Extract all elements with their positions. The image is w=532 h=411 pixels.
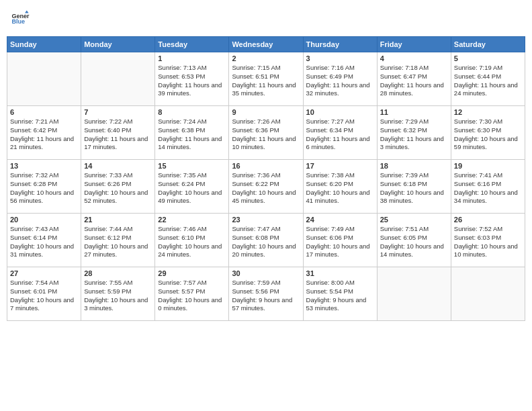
day-info: Sunrise: 7:46 AM Sunset: 6:10 PM Dayligh… — [158, 225, 226, 259]
day-number: 16 — [232, 162, 300, 170]
calendar-cell: 11Sunrise: 7:29 AM Sunset: 6:32 PM Dayli… — [377, 106, 451, 160]
day-info: Sunrise: 7:54 AM Sunset: 6:01 PM Dayligh… — [10, 279, 78, 313]
day-number: 15 — [158, 162, 226, 170]
day-number: 26 — [454, 216, 522, 224]
day-number: 22 — [158, 216, 226, 224]
calendar-cell: 12Sunrise: 7:30 AM Sunset: 6:30 PM Dayli… — [451, 106, 525, 160]
weekday-header-thursday: Thursday — [303, 37, 377, 52]
week-row-1: 1Sunrise: 7:13 AM Sunset: 6:53 PM Daylig… — [7, 52, 525, 106]
calendar-cell: 14Sunrise: 7:33 AM Sunset: 6:26 PM Dayli… — [81, 160, 155, 214]
weekday-header-tuesday: Tuesday — [155, 37, 229, 52]
calendar-cell: 28Sunrise: 7:55 AM Sunset: 5:59 PM Dayli… — [81, 267, 155, 321]
calendar-cell: 13Sunrise: 7:32 AM Sunset: 6:28 PM Dayli… — [7, 160, 81, 214]
calendar-cell: 29Sunrise: 7:57 AM Sunset: 5:57 PM Dayli… — [155, 267, 229, 321]
calendar-cell: 25Sunrise: 7:51 AM Sunset: 6:05 PM Dayli… — [377, 214, 451, 267]
calendar-cell: 18Sunrise: 7:39 AM Sunset: 6:18 PM Dayli… — [377, 160, 451, 214]
calendar-cell: 31Sunrise: 8:00 AM Sunset: 5:54 PM Dayli… — [303, 267, 377, 321]
calendar-cell: 24Sunrise: 7:49 AM Sunset: 6:06 PM Dayli… — [303, 214, 377, 267]
day-number: 31 — [306, 269, 374, 277]
week-row-5: 27Sunrise: 7:54 AM Sunset: 6:01 PM Dayli… — [7, 267, 525, 321]
day-info: Sunrise: 7:52 AM Sunset: 6:03 PM Dayligh… — [454, 225, 522, 259]
day-info: Sunrise: 7:15 AM Sunset: 6:51 PM Dayligh… — [232, 64, 300, 98]
calendar-cell: 20Sunrise: 7:43 AM Sunset: 6:14 PM Dayli… — [7, 214, 81, 267]
calendar-cell: 10Sunrise: 7:27 AM Sunset: 6:34 PM Dayli… — [303, 106, 377, 160]
svg-text:Blue: Blue — [11, 18, 25, 25]
calendar-cell: 15Sunrise: 7:35 AM Sunset: 6:24 PM Dayli… — [155, 160, 229, 214]
day-number: 13 — [10, 162, 78, 170]
day-info: Sunrise: 7:21 AM Sunset: 6:42 PM Dayligh… — [10, 118, 78, 152]
day-info: Sunrise: 7:36 AM Sunset: 6:22 PM Dayligh… — [232, 171, 300, 205]
day-number: 14 — [84, 162, 152, 170]
calendar-cell: 23Sunrise: 7:47 AM Sunset: 6:08 PM Dayli… — [229, 214, 303, 267]
calendar-table: SundayMondayTuesdayWednesdayThursdayFrid… — [7, 36, 525, 321]
day-number: 4 — [380, 54, 448, 62]
day-info: Sunrise: 7:43 AM Sunset: 6:14 PM Dayligh… — [10, 225, 78, 259]
day-info: Sunrise: 7:22 AM Sunset: 6:40 PM Dayligh… — [84, 118, 152, 152]
day-info: Sunrise: 7:55 AM Sunset: 5:59 PM Dayligh… — [84, 279, 152, 313]
calendar-cell: 16Sunrise: 7:36 AM Sunset: 6:22 PM Dayli… — [229, 160, 303, 214]
day-info: Sunrise: 7:18 AM Sunset: 6:47 PM Dayligh… — [380, 64, 448, 98]
day-number: 27 — [10, 269, 78, 277]
calendar-cell: 22Sunrise: 7:46 AM Sunset: 6:10 PM Dayli… — [155, 214, 229, 267]
calendar-cell: 21Sunrise: 7:44 AM Sunset: 6:12 PM Dayli… — [81, 214, 155, 267]
calendar-body: 1Sunrise: 7:13 AM Sunset: 6:53 PM Daylig… — [7, 52, 525, 321]
calendar-cell: 19Sunrise: 7:41 AM Sunset: 6:16 PM Dayli… — [451, 160, 525, 214]
calendar-cell: 2Sunrise: 7:15 AM Sunset: 6:51 PM Daylig… — [229, 52, 303, 106]
calendar-cell: 3Sunrise: 7:16 AM Sunset: 6:49 PM Daylig… — [303, 52, 377, 106]
day-number: 11 — [380, 108, 448, 116]
calendar-cell: 30Sunrise: 7:59 AM Sunset: 5:56 PM Dayli… — [229, 267, 303, 321]
svg-marker-2 — [25, 10, 29, 13]
day-number: 18 — [380, 162, 448, 170]
day-info: Sunrise: 7:24 AM Sunset: 6:38 PM Dayligh… — [158, 118, 226, 152]
calendar-cell — [377, 267, 451, 321]
page-header: General Blue — [7, 7, 525, 31]
calendar-cell: 8Sunrise: 7:24 AM Sunset: 6:38 PM Daylig… — [155, 106, 229, 160]
day-info: Sunrise: 7:49 AM Sunset: 6:06 PM Dayligh… — [306, 225, 374, 259]
calendar-cell — [7, 52, 81, 106]
calendar-cell: 1Sunrise: 7:13 AM Sunset: 6:53 PM Daylig… — [155, 52, 229, 106]
day-number: 25 — [380, 216, 448, 224]
calendar-cell: 17Sunrise: 7:38 AM Sunset: 6:20 PM Dayli… — [303, 160, 377, 214]
weekday-header-monday: Monday — [81, 37, 155, 52]
day-number: 5 — [454, 54, 522, 62]
day-number: 10 — [306, 108, 374, 116]
weekday-header-friday: Friday — [377, 37, 451, 52]
calendar-cell — [81, 52, 155, 106]
day-number: 20 — [10, 216, 78, 224]
day-info: Sunrise: 7:59 AM Sunset: 5:56 PM Dayligh… — [232, 279, 300, 313]
day-info: Sunrise: 7:35 AM Sunset: 6:24 PM Dayligh… — [158, 171, 226, 205]
day-number: 21 — [84, 216, 152, 224]
weekday-header-wednesday: Wednesday — [229, 37, 303, 52]
day-info: Sunrise: 7:30 AM Sunset: 6:30 PM Dayligh… — [454, 118, 522, 152]
day-number: 2 — [232, 54, 300, 62]
day-number: 23 — [232, 216, 300, 224]
day-number: 12 — [454, 108, 522, 116]
calendar-cell: 9Sunrise: 7:26 AM Sunset: 6:36 PM Daylig… — [229, 106, 303, 160]
day-info: Sunrise: 7:57 AM Sunset: 5:57 PM Dayligh… — [158, 279, 226, 313]
day-info: Sunrise: 7:39 AM Sunset: 6:18 PM Dayligh… — [380, 171, 448, 205]
day-info: Sunrise: 7:47 AM Sunset: 6:08 PM Dayligh… — [232, 225, 300, 259]
calendar-cell: 6Sunrise: 7:21 AM Sunset: 6:42 PM Daylig… — [7, 106, 81, 160]
calendar-cell: 4Sunrise: 7:18 AM Sunset: 6:47 PM Daylig… — [377, 52, 451, 106]
week-row-2: 6Sunrise: 7:21 AM Sunset: 6:42 PM Daylig… — [7, 106, 525, 160]
day-info: Sunrise: 7:33 AM Sunset: 6:26 PM Dayligh… — [84, 171, 152, 205]
day-number: 7 — [84, 108, 152, 116]
day-info: Sunrise: 7:19 AM Sunset: 6:44 PM Dayligh… — [454, 64, 522, 98]
day-info: Sunrise: 7:51 AM Sunset: 6:05 PM Dayligh… — [380, 225, 448, 259]
logo-icon: General Blue — [11, 9, 30, 28]
day-info: Sunrise: 7:32 AM Sunset: 6:28 PM Dayligh… — [10, 171, 78, 205]
day-info: Sunrise: 7:41 AM Sunset: 6:16 PM Dayligh… — [454, 171, 522, 205]
day-info: Sunrise: 7:26 AM Sunset: 6:36 PM Dayligh… — [232, 118, 300, 152]
day-info: Sunrise: 7:38 AM Sunset: 6:20 PM Dayligh… — [306, 171, 374, 205]
day-number: 9 — [232, 108, 300, 116]
week-row-3: 13Sunrise: 7:32 AM Sunset: 6:28 PM Dayli… — [7, 160, 525, 214]
day-number: 30 — [232, 269, 300, 277]
weekday-header-sunday: Sunday — [7, 37, 81, 52]
day-number: 28 — [84, 269, 152, 277]
calendar-cell: 5Sunrise: 7:19 AM Sunset: 6:44 PM Daylig… — [451, 52, 525, 106]
week-row-4: 20Sunrise: 7:43 AM Sunset: 6:14 PM Dayli… — [7, 214, 525, 267]
day-info: Sunrise: 7:27 AM Sunset: 6:34 PM Dayligh… — [306, 118, 374, 152]
calendar-cell: 26Sunrise: 7:52 AM Sunset: 6:03 PM Dayli… — [451, 214, 525, 267]
day-info: Sunrise: 7:13 AM Sunset: 6:53 PM Dayligh… — [158, 64, 226, 98]
day-number: 8 — [158, 108, 226, 116]
